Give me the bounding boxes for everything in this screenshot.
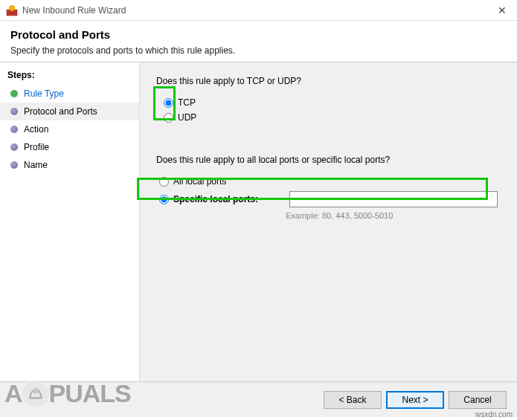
step-bullet-icon xyxy=(10,108,18,115)
all-ports-label[interactable]: All local ports xyxy=(173,176,226,187)
udp-label[interactable]: UDP xyxy=(178,112,196,123)
specific-ports-radio[interactable] xyxy=(159,195,169,204)
wizard-header: Protocol and Ports Specify the protocols… xyxy=(0,21,517,62)
steps-heading: Steps: xyxy=(0,67,139,85)
tcp-label[interactable]: TCP xyxy=(178,97,196,108)
titlebar: New Inbound Rule Wizard ✕ xyxy=(0,0,517,21)
ports-question: Does this rule apply to all local ports … xyxy=(156,155,501,165)
svg-point-6 xyxy=(10,7,13,10)
step-action[interactable]: Action xyxy=(0,120,139,138)
page-subtitle: Specify the protocols and ports to which… xyxy=(10,45,507,56)
step-bullet-icon xyxy=(10,126,18,133)
close-icon[interactable]: ✕ xyxy=(493,4,511,16)
steps-sidebar: Steps: Rule Type Protocol and Ports Acti… xyxy=(0,62,140,381)
step-label: Rule Type xyxy=(24,88,64,99)
protocol-question: Does this rule apply to TCP or UDP? xyxy=(156,76,501,86)
next-button[interactable]: Next > xyxy=(386,391,444,409)
main-panel: Does this rule apply to TCP or UDP? TCP … xyxy=(140,62,517,381)
window-title: New Inbound Rule Wizard xyxy=(22,5,493,16)
tcp-radio[interactable] xyxy=(164,98,173,108)
udp-radio[interactable] xyxy=(164,113,173,123)
step-name[interactable]: Name xyxy=(0,156,139,174)
step-profile[interactable]: Profile xyxy=(0,138,139,156)
firewall-icon xyxy=(6,4,18,16)
step-bullet-icon xyxy=(10,143,18,151)
step-label: Action xyxy=(24,124,48,135)
ports-example-text: Example: 80, 443, 5000-5010 xyxy=(286,211,501,220)
step-label: Name xyxy=(24,160,48,170)
specific-ports-input[interactable] xyxy=(289,191,498,207)
step-protocol-and-ports[interactable]: Protocol and Ports xyxy=(0,103,139,120)
specific-ports-label[interactable]: Specific local ports: xyxy=(173,194,285,204)
wizard-footer: < Back Next > Cancel xyxy=(0,381,517,417)
step-rule-type[interactable]: Rule Type xyxy=(0,85,139,103)
step-label: Profile xyxy=(24,142,49,152)
step-bullet-icon xyxy=(10,161,18,169)
svg-rect-2 xyxy=(7,13,17,13)
step-bullet-icon xyxy=(10,90,18,97)
page-title: Protocol and Ports xyxy=(10,28,507,41)
cancel-button[interactable]: Cancel xyxy=(449,391,507,409)
back-button[interactable]: < Back xyxy=(324,391,382,409)
step-label: Protocol and Ports xyxy=(24,106,97,117)
all-ports-radio[interactable] xyxy=(159,177,169,187)
